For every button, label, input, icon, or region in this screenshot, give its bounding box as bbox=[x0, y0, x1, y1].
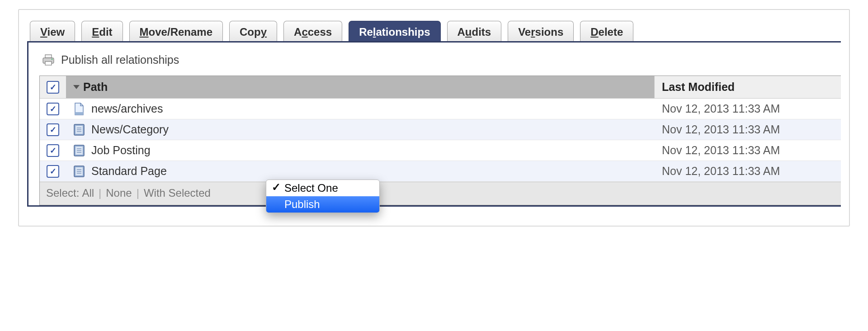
row-path-cell: Job Posting bbox=[66, 140, 655, 161]
table-row[interactable]: ✓Standard PageNov 12, 2013 11:33 AM bbox=[40, 161, 841, 182]
row-checkbox-cell[interactable]: ✓ bbox=[40, 99, 66, 119]
tab-audits[interactable]: Audits bbox=[447, 21, 502, 43]
publish-all-link[interactable]: Publish all relationships bbox=[42, 53, 841, 66]
row-path-text: news/archives bbox=[91, 102, 163, 115]
row-path-cell: Standard Page bbox=[66, 161, 655, 181]
tab-view[interactable]: View bbox=[30, 21, 75, 43]
row-path-cell: news/archives bbox=[66, 99, 655, 119]
select-all-cell[interactable]: ✓ bbox=[40, 76, 66, 98]
row-path-cell: News/Category bbox=[66, 119, 655, 140]
publish-all-label: Publish all relationships bbox=[61, 53, 179, 66]
row-modified-cell: Nov 12, 2013 11:33 AM bbox=[655, 119, 841, 140]
bulk-action-dropdown[interactable]: Select One Publish bbox=[266, 180, 380, 213]
table-row[interactable]: ✓news/archivesNov 12, 2013 11:33 AM bbox=[40, 99, 841, 119]
window-frame: ViewEditMove/RenameCopyAccessRelationshi… bbox=[18, 9, 850, 227]
select-none-link[interactable]: None bbox=[106, 187, 132, 199]
select-all-link[interactable]: All bbox=[82, 187, 94, 199]
dropdown-option-publish[interactable]: Publish bbox=[266, 196, 379, 213]
tab-move-rename[interactable]: Move/Rename bbox=[129, 21, 223, 43]
relationships-table: ✓ Path Last Modified ✓news/archivesNov 1… bbox=[39, 76, 841, 205]
row-path-text: News/Category bbox=[91, 123, 169, 136]
tab-relationships[interactable]: Relationships bbox=[349, 21, 440, 43]
row-path-text: Standard Page bbox=[91, 165, 167, 178]
tab-edit[interactable]: Edit bbox=[81, 21, 123, 43]
folder-icon bbox=[73, 165, 85, 178]
svg-rect-0 bbox=[45, 55, 52, 58]
relationships-panel: Publish all relationships ✓ Path Last Mo… bbox=[27, 41, 841, 207]
svg-rect-2 bbox=[45, 61, 52, 65]
row-checkbox[interactable]: ✓ bbox=[47, 123, 59, 136]
row-checkbox-cell[interactable]: ✓ bbox=[40, 120, 66, 140]
table-row[interactable]: ✓Job PostingNov 12, 2013 11:33 AM bbox=[40, 140, 841, 161]
row-checkbox[interactable]: ✓ bbox=[47, 165, 59, 178]
row-checkbox-cell[interactable]: ✓ bbox=[40, 161, 66, 181]
with-selected-label: With Selected bbox=[144, 187, 211, 199]
printer-icon bbox=[42, 54, 55, 66]
tab-copy[interactable]: Copy bbox=[229, 21, 277, 43]
sort-desc-icon bbox=[73, 85, 80, 89]
tab-access[interactable]: Access bbox=[283, 21, 342, 43]
tab-delete[interactable]: Delete bbox=[580, 21, 633, 43]
svg-point-3 bbox=[52, 58, 53, 60]
select-label: Select: bbox=[46, 187, 79, 199]
row-checkbox[interactable]: ✓ bbox=[47, 144, 59, 157]
row-modified-cell: Nov 12, 2013 11:33 AM bbox=[655, 140, 841, 161]
tab-bar: ViewEditMove/RenameCopyAccessRelationshi… bbox=[27, 20, 841, 42]
column-header-path[interactable]: Path bbox=[66, 76, 654, 98]
table-footer: Select: All | None | With Selected Selec… bbox=[40, 182, 841, 205]
row-modified-cell: Nov 12, 2013 11:33 AM bbox=[655, 161, 841, 181]
dropdown-option-select-one[interactable]: Select One bbox=[266, 180, 379, 196]
file-icon bbox=[73, 103, 85, 115]
row-checkbox[interactable]: ✓ bbox=[47, 103, 59, 115]
table-header: ✓ Path Last Modified bbox=[40, 76, 841, 99]
select-all-checkbox[interactable]: ✓ bbox=[47, 81, 59, 94]
folder-icon bbox=[73, 123, 85, 136]
column-header-modified[interactable]: Last Modified bbox=[654, 76, 841, 98]
row-modified-cell: Nov 12, 2013 11:33 AM bbox=[655, 99, 841, 119]
folder-icon bbox=[73, 144, 85, 157]
row-path-text: Job Posting bbox=[91, 144, 151, 157]
table-row[interactable]: ✓News/CategoryNov 12, 2013 11:33 AM bbox=[40, 119, 841, 140]
tab-versions[interactable]: Versions bbox=[508, 21, 574, 43]
row-checkbox-cell[interactable]: ✓ bbox=[40, 141, 66, 161]
